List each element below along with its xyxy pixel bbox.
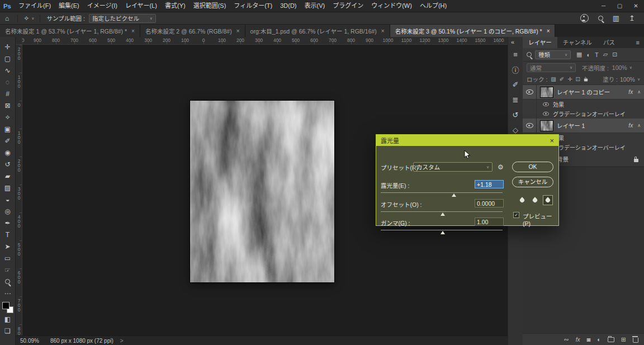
brush-settings-panel-icon[interactable]: ✐ [508, 77, 523, 92]
panel-tab[interactable]: パス [598, 37, 621, 48]
eyedropper-tool[interactable]: ✧ [0, 111, 16, 123]
blend-mode-dropdown[interactable]: 通常 ∨ [527, 63, 576, 72]
document-canvas[interactable] [190, 101, 334, 282]
brush-tool[interactable]: ✐ [0, 135, 16, 146]
menubar-item[interactable]: フィルター(T) [230, 0, 276, 12]
menubar-item[interactable]: 表示(V) [301, 0, 329, 12]
eye-icon[interactable] [543, 102, 548, 106]
home-icon[interactable]: ⌂ [5, 15, 9, 22]
expand-panels-icon[interactable]: « [511, 37, 514, 47]
lock-all-icon[interactable] [584, 78, 588, 81]
vertical-ruler[interactable]: 2001000100200300400500600700800 [16, 45, 22, 335]
menubar-item[interactable]: ヘルプ(H) [416, 0, 451, 12]
paragraph-panel-icon[interactable]: ≣ [508, 92, 523, 107]
rectangular-marquee-tool[interactable]: ▢ [0, 53, 16, 64]
dialog-slider[interactable] [381, 211, 503, 217]
hand-tool[interactable]: ☞ [0, 264, 16, 276]
foreground-color-swatch[interactable] [2, 302, 10, 309]
properties-panel-icon[interactable]: ≡ [508, 47, 523, 62]
history-panel-icon[interactable]: ↺ [508, 107, 523, 122]
eye-icon[interactable] [543, 112, 548, 116]
screen-mode-button[interactable]: ❏ [0, 325, 16, 337]
new-adjustment-layer-icon[interactable]: ◐ [597, 336, 601, 343]
menubar-item[interactable]: 書式(Y) [161, 0, 190, 12]
blur-tool[interactable]: ◒ [0, 193, 16, 205]
tab-close-icon[interactable]: × [547, 28, 550, 34]
filter-smart-objects-icon[interactable]: ⊡ [612, 51, 617, 58]
lock-transparency-icon[interactable]: ▨ [551, 76, 556, 82]
preset-dropdown[interactable]: カスタム ∨ [413, 162, 493, 172]
menubar-item[interactable]: ウィンドウ(W) [367, 0, 416, 12]
type-tool[interactable]: T [0, 229, 16, 240]
menubar-item[interactable]: イメージ(I) [83, 0, 121, 12]
layer-row[interactable]: レイヤー 1fx∧ [523, 119, 644, 133]
lasso-tool[interactable]: ∿ [0, 64, 16, 76]
path-selection-tool[interactable]: ➤ [0, 240, 16, 252]
spot-healing-brush-tool[interactable]: ▣ [0, 123, 16, 135]
menubar-item[interactable]: 選択範囲(S) [190, 0, 230, 12]
slider-thumb[interactable] [452, 193, 456, 197]
collapse-effects-icon[interactable]: ∧ [637, 123, 641, 128]
black-point-eyedropper[interactable] [517, 195, 527, 205]
effects-row[interactable]: 効果 [523, 100, 644, 109]
color-swatches[interactable] [2, 302, 13, 313]
dialog-field-input[interactable] [475, 180, 504, 188]
cancel-button[interactable]: キャンセル [512, 177, 553, 187]
slider-thumb[interactable] [441, 212, 445, 216]
dialog-close-icon[interactable]: × [550, 136, 554, 145]
status-chevron-icon[interactable]: > [120, 338, 124, 344]
zoom-tool[interactable] [0, 276, 16, 287]
menubar-item[interactable]: 3D(D) [276, 0, 300, 12]
filter-adjustment-layers-icon[interactable]: ◐ [586, 51, 590, 58]
share-icon[interactable]: ↥ [629, 14, 635, 22]
panel-tab[interactable]: レイヤー [523, 37, 557, 48]
close-button[interactable]: ✕ [628, 0, 644, 12]
opacity-dropdown[interactable]: 100% ∨ [612, 64, 632, 71]
link-layers-icon[interactable]: ∾ [564, 336, 569, 343]
midtone-eyedropper[interactable] [543, 195, 553, 205]
layer-style-icon[interactable]: fx [576, 337, 580, 343]
add-layer-mask-icon[interactable]: ◙ [586, 336, 590, 343]
gradient-tool[interactable]: ▨ [0, 182, 16, 193]
dodge-tool[interactable]: ◎ [0, 205, 16, 217]
edit-toolbar-button[interactable]: ⋯ [0, 287, 16, 299]
sample-size-dropdown[interactable]: 指定したピクセル ∨ [89, 14, 156, 23]
document-tab[interactable]: 名称未設定 1 @ 53.7% (レイヤー 1, RGB/8#) *× [0, 25, 140, 37]
document-tab[interactable]: org:木目_1.psd @ 66.7% (レイヤー 1, RGB/16#)× [245, 25, 390, 37]
object-selection-tool[interactable]: ◌ [0, 76, 16, 88]
document-tab[interactable]: 名称未設定 2 @ 66.7% (RGB/8#)× [140, 25, 245, 37]
pen-tool[interactable]: ✒ [0, 217, 16, 229]
tab-close-icon[interactable]: × [381, 28, 385, 34]
lock-artboard-icon[interactable]: ⊡ [576, 76, 580, 82]
visibility-toggle[interactable] [523, 85, 537, 99]
lock-position-icon[interactable]: ✛ [567, 76, 572, 82]
dialog-slider[interactable] [381, 192, 503, 198]
dialog-field-input[interactable] [475, 218, 504, 226]
delete-layer-icon[interactable] [633, 338, 638, 343]
lock-paint-icon[interactable]: ✐ [560, 76, 564, 82]
preset-options-gear-icon[interactable]: ⚙ [498, 163, 504, 171]
white-point-eyedropper[interactable] [530, 195, 540, 205]
preview-checkbox[interactable]: ✓ [513, 212, 519, 218]
ok-button[interactable]: OK [512, 162, 553, 172]
slider-thumb[interactable] [441, 231, 445, 234]
visibility-toggle[interactable] [523, 119, 537, 133]
clone-stamp-tool[interactable]: ◉ [0, 146, 16, 158]
dialog-field-input[interactable] [475, 199, 504, 207]
search-icon[interactable] [598, 16, 603, 21]
layer-row[interactable]: レイヤー 1 のコピーfx∧ [523, 85, 644, 100]
menubar-item[interactable]: 編集(E) [55, 0, 83, 12]
panel-tab[interactable]: チャンネル [557, 37, 598, 48]
account-icon[interactable] [580, 14, 589, 22]
effect-item-row[interactable]: グラデーションオーバーレイ [523, 109, 644, 119]
filter-type-dropdown[interactable]: 種類 ∨ [535, 50, 571, 59]
dialog-slider[interactable] [381, 230, 503, 235]
tab-close-icon[interactable]: × [131, 28, 135, 34]
rectangle-tool[interactable]: ▭ [0, 252, 16, 264]
eraser-tool[interactable]: ▰ [0, 170, 16, 182]
move-tool[interactable]: ✛ [0, 41, 16, 53]
document-tab[interactable]: 名称未設定 3 @ 50.1% (レイヤー 1 のコピー, RGB/8#) *× [390, 25, 556, 37]
dialog-titlebar[interactable]: 露光量 × [376, 135, 558, 146]
panel-menu-icon[interactable]: ≡ [636, 39, 640, 46]
horizontal-ruler[interactable]: 1000900800700600500400300200100010020030… [22, 37, 508, 45]
